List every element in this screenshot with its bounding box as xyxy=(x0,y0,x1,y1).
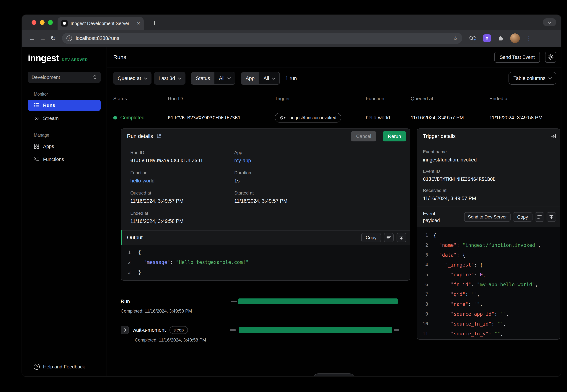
browser-tab[interactable]: Inngest Development Server × xyxy=(57,17,144,30)
line-number: 2 xyxy=(121,260,138,265)
reload-button[interactable]: ↻ xyxy=(48,34,58,42)
field-app: App my-app xyxy=(234,150,402,164)
help-icon: ? xyxy=(34,364,40,370)
new-tab-button[interactable]: + xyxy=(150,18,159,28)
run-id-cell: 01JCVBTMV3WXY9D3CFDEJFZSB1 xyxy=(168,115,275,120)
chevron-down-icon xyxy=(144,76,148,80)
profile-avatar[interactable] xyxy=(510,33,520,43)
column-header-queued-at[interactable]: Queued at xyxy=(411,96,489,101)
timeline: Run Completed: 11/16/2024, 3:49:58 PM wa… xyxy=(121,298,410,343)
chevron-updown-icon xyxy=(93,75,97,80)
app-link[interactable]: my-app xyxy=(234,158,402,164)
code-line: 2 "name": "inngest/function.invoked", xyxy=(417,240,560,250)
app-filter-label: App xyxy=(241,72,259,84)
queued-at-filter[interactable]: Queued at xyxy=(113,72,152,85)
rerun-button[interactable]: Rerun xyxy=(383,131,406,141)
dev-server-badge: DEV SERVER xyxy=(62,58,88,63)
word-wrap-button[interactable] xyxy=(384,233,394,242)
inngest-app: inngest DEV SERVER Development Monitor xyxy=(22,47,561,377)
send-to-dev-server-button[interactable]: Send to Dev Server xyxy=(464,212,510,222)
output-code[interactable]: 1{2 "message": "Hello test@example.com!"… xyxy=(121,245,410,280)
column-header-status[interactable]: Status xyxy=(113,96,168,101)
scroll-to-bottom-button[interactable] xyxy=(397,233,406,242)
partially-visible-control[interactable] xyxy=(313,373,354,377)
run-count: 1 run xyxy=(285,76,297,81)
sidebar-item-label: Functions xyxy=(43,156,64,162)
app-filter-value[interactable]: All xyxy=(259,72,279,84)
extensions-puzzle-icon[interactable] xyxy=(497,35,504,42)
event-payload-header: Event payload Send to Dev Server Copy xyxy=(417,207,560,227)
privacy-extension-icon[interactable] xyxy=(469,35,477,41)
table-row[interactable]: Completed 01JCVBTMV3WXY9D3CFDEJFZSB1 inn… xyxy=(107,108,561,127)
column-header-function[interactable]: Function xyxy=(366,96,411,101)
copy-payload-button[interactable]: Copy xyxy=(513,212,532,222)
send-test-event-button[interactable]: Send Test Event xyxy=(495,52,540,63)
environment-select[interactable]: Development xyxy=(28,72,101,83)
column-header-trigger[interactable]: Trigger xyxy=(275,96,366,101)
main-content: Runs Send Test Event xyxy=(107,47,561,377)
chevron-down-icon xyxy=(548,20,552,24)
forward-button[interactable]: → xyxy=(38,34,48,42)
browser-menu-icon[interactable]: ⋮ xyxy=(526,35,532,42)
column-header-run-id[interactable]: Run ID xyxy=(168,96,275,101)
line-number: 5 xyxy=(417,272,433,277)
password-extension-icon[interactable] xyxy=(483,34,491,42)
field-received-at: Received at 11/16/2024, 3:49:57 PM xyxy=(423,188,554,201)
sidebar-item-stream[interactable]: Stream xyxy=(28,113,101,124)
tab-search-button[interactable] xyxy=(543,18,556,26)
step-duration-bar[interactable] xyxy=(239,327,392,333)
event-payload-code[interactable]: 1{2 "name": "inngest/function.invoked",3… xyxy=(417,227,560,339)
function-cell: hello-world xyxy=(366,115,411,121)
sidebar-item-apps[interactable]: Apps xyxy=(28,141,101,152)
minimize-window-button[interactable] xyxy=(40,20,44,25)
timeline-step-row[interactable]: wait-a-moment sleep xyxy=(121,325,410,335)
status-filter[interactable]: Status All xyxy=(191,72,235,85)
column-header-ended-at[interactable]: Ended at xyxy=(489,96,561,101)
sleep-badge: sleep xyxy=(170,326,188,334)
line-number: 7 xyxy=(417,292,433,297)
tab-close-icon[interactable]: × xyxy=(137,21,140,26)
table-columns-button[interactable]: Table columns xyxy=(509,72,556,85)
chevron-down-icon xyxy=(272,76,276,80)
expand-step-button[interactable] xyxy=(121,326,129,334)
time-range-filter[interactable]: Last 3d xyxy=(154,72,185,85)
help-and-feedback[interactable]: ? Help and Feedback xyxy=(34,364,85,370)
trigger-pill[interactable]: inngest/function.invoked xyxy=(275,113,341,123)
browser-toolbar: ← → ↻ i localhost:8288/runs ☆ xyxy=(22,30,561,47)
line-number: 11 xyxy=(417,331,433,336)
help-label: Help and Feedback xyxy=(43,364,85,370)
payload-scroll-bottom-button[interactable] xyxy=(547,212,556,222)
filter-bar: Queued at Last 3d Status All App xyxy=(107,68,561,89)
payload-word-wrap-button[interactable] xyxy=(535,212,544,222)
app-filter[interactable]: App All xyxy=(241,72,280,85)
chevron-right-icon xyxy=(123,328,127,332)
bookmark-star-icon[interactable]: ☆ xyxy=(453,35,458,42)
back-button[interactable]: ← xyxy=(27,34,38,42)
timeline-run-row[interactable]: Run xyxy=(121,298,410,305)
function-link[interactable]: hello-world xyxy=(130,178,234,184)
sidebar-item-functions[interactable]: Functions xyxy=(28,154,101,165)
run-duration-bar[interactable] xyxy=(238,298,398,304)
code-line: 4 "_inngest": { xyxy=(417,260,560,270)
field-queued-at: Queued at 11/16/2024, 3:49:57 PM xyxy=(130,190,234,204)
line-number: 8 xyxy=(417,301,433,307)
copy-output-button[interactable]: Copy xyxy=(361,233,381,242)
code-line: 2 "message": "Hello test@example.com!" xyxy=(121,257,410,267)
runs-icon xyxy=(34,102,39,108)
line-number: 4 xyxy=(417,262,433,267)
external-link-icon[interactable] xyxy=(156,134,161,139)
ended-at-cell: 11/16/2024, 3:49:58 PM xyxy=(489,115,561,121)
run-status: Completed xyxy=(120,115,145,121)
status-filter-value[interactable]: All xyxy=(214,72,235,84)
cancel-button[interactable]: Cancel xyxy=(351,131,376,141)
sidebar-item-runs[interactable]: Runs xyxy=(28,100,101,111)
site-info-icon[interactable]: i xyxy=(67,35,72,41)
queued-at-cell: 11/16/2024, 3:49:57 PM xyxy=(411,115,489,121)
settings-button[interactable] xyxy=(545,52,556,63)
address-bar[interactable]: i localhost:8288/runs ☆ xyxy=(62,33,462,44)
maximize-window-button[interactable] xyxy=(48,20,53,25)
close-window-button[interactable] xyxy=(31,20,36,25)
code-line: 8 "name": "", xyxy=(417,299,560,309)
collapse-panel-button[interactable] xyxy=(551,133,556,139)
code-line: 9 "source_app_id": "", xyxy=(417,309,560,319)
